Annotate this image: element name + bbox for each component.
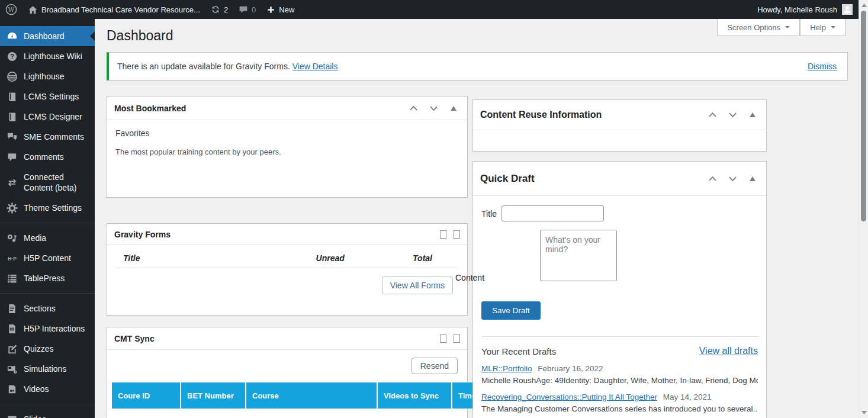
sidebar-item-dashboard[interactable]: Dashboard [0, 26, 95, 46]
sidebar-item-quizzes[interactable]: Quizzes [0, 339, 95, 359]
widget-header[interactable]: Quick Draft [473, 162, 766, 196]
screen-options-button[interactable]: Screen Options [717, 19, 800, 36]
move-down-icon[interactable] [427, 103, 440, 114]
sidebar-item-label: SME Comments [24, 131, 84, 142]
sidebar-item-label: Sections [24, 303, 56, 314]
scroll-down-icon[interactable] [859, 409, 868, 417]
question-circle-icon: ? [7, 51, 18, 62]
column-title: Title [116, 253, 274, 263]
new-label: New [279, 5, 294, 14]
sidebar-item-h5p-content[interactable]: H·P H5P Content [0, 248, 95, 268]
widget-title: Content Reuse Information [480, 110, 602, 120]
move-up-icon[interactable] [706, 173, 719, 184]
sidebar-item-label: LCMS Settings [24, 91, 79, 102]
update-notice: There is an update available for Gravity… [107, 52, 848, 81]
save-draft-button[interactable]: Save Draft [481, 301, 541, 320]
widget-header[interactable]: CMT Sync [107, 327, 467, 350]
widget-body: Favorites The most popular training cont… [107, 120, 467, 165]
svg-text:H·P: H·P [8, 256, 17, 262]
draft-title-input[interactable] [501, 205, 604, 221]
sidebar-item-lcms-settings[interactable]: LCMS Settings [0, 86, 95, 107]
sidebar-item-comments[interactable]: Comments [0, 147, 95, 167]
media-icon [7, 233, 18, 244]
toggle-panel-icon[interactable] [746, 110, 759, 120]
sidebar-item-connected-content[interactable]: Connected Content (beta) [0, 167, 95, 198]
sidebar-separator [0, 404, 95, 404]
recent-drafts-heading: Your Recent Drafts [481, 346, 556, 356]
wordpress-logo-menu[interactable]: W [0, 0, 22, 19]
view-details-link[interactable]: View Details [292, 62, 338, 71]
unknown-glyph-icon[interactable] [454, 335, 460, 343]
slides-icon [7, 414, 18, 418]
pencil-square-icon [7, 343, 18, 355]
sidebar-item-h5p-interactions[interactable]: H5P Interactions [0, 319, 95, 339]
chevron-down-icon [785, 26, 790, 31]
toggle-panel-icon[interactable] [746, 173, 759, 184]
sidebar-item-media[interactable]: Media [0, 228, 95, 248]
comments-pair-icon [7, 131, 18, 143]
help-button[interactable]: Help [800, 19, 846, 36]
draft-title-link[interactable]: Recovering_Conversations::Putting It All… [481, 393, 657, 401]
sidebar-item-tablepress[interactable]: TablePress [0, 268, 95, 288]
sidebar-item-lcms-designer[interactable]: LCMS Designer [0, 107, 95, 127]
window-scrollbar[interactable] [859, 0, 868, 418]
view-all-forms-button[interactable]: View All Forms [382, 276, 453, 294]
main-content: Dashboard Screen Options Help There is a… [95, 19, 859, 418]
move-down-icon[interactable] [726, 173, 739, 184]
sidebar-item-videos[interactable]: Videos [0, 379, 95, 399]
widget-body: Title Content Save Draft [473, 196, 766, 337]
gear-icon [7, 202, 18, 214]
table-list-icon [7, 273, 18, 284]
view-all-drafts-link[interactable]: View all drafts [699, 346, 758, 356]
widget-body: Title Unread Total View All Forms [107, 245, 467, 294]
comment-bubble-icon [239, 5, 248, 14]
document-screen-icon [7, 323, 18, 335]
widget-title: Quick Draft [480, 173, 535, 185]
admin-bar: W Broadband Technical Care Vendor Resour… [0, 0, 859, 19]
avatar [842, 4, 853, 15]
quick-draft-widget: Quick Draft Title Content [472, 161, 767, 418]
comment-icon [7, 152, 18, 163]
my-account-menu[interactable]: Howdy, Michelle Roush [751, 0, 859, 19]
sidebar-item-slides[interactable]: Slides [0, 409, 95, 418]
wordpress-logo-icon: W [5, 4, 17, 15]
draft-title-link[interactable]: MLR::Portfolio [481, 364, 532, 373]
column-unread: Unread [274, 253, 387, 263]
draft-excerpt: Michelle RoushAge: 49Identity: Daughter,… [481, 376, 758, 385]
widget-header[interactable]: Gravity Forms [107, 224, 467, 245]
sidebar-item-sections[interactable]: Sections [0, 298, 95, 319]
sidebar-item-sme-comments[interactable]: SME Comments [0, 127, 95, 147]
unknown-glyph-icon[interactable] [454, 230, 460, 239]
unknown-glyph-icon[interactable] [440, 335, 446, 343]
sidebar-item-label: H5P Interactions [24, 323, 85, 334]
book-icon [7, 91, 18, 102]
resend-button[interactable]: Resend [412, 358, 458, 374]
recent-drafts-section: Your Recent Drafts View all drafts MLR::… [473, 337, 766, 413]
move-up-icon[interactable] [407, 103, 420, 114]
unknown-glyph-icon[interactable] [440, 230, 446, 239]
sidebar-item-label: Connected Content (beta) [24, 172, 90, 193]
draft-content-textarea[interactable] [540, 230, 617, 281]
howdy-text: Howdy, Michelle Roush [757, 5, 837, 14]
help-label: Help [810, 23, 826, 32]
sidebar-item-theme-settings[interactable]: Theme Settings [0, 198, 95, 218]
comment-count: 0 [252, 5, 256, 14]
widget-header[interactable]: Most Bookmarked [107, 97, 467, 120]
move-up-icon[interactable] [706, 110, 719, 120]
updates-menu[interactable]: 2 [205, 0, 233, 19]
draft-date: May 14, 2021 [663, 393, 712, 401]
move-down-icon[interactable] [726, 110, 739, 120]
site-name-menu[interactable]: Broadband Technical Care Vendor Resource… [22, 0, 205, 19]
new-menu[interactable]: New [261, 0, 300, 19]
sidebar-item-lighthouse-wiki[interactable]: ? Lighthouse Wiki [0, 46, 95, 66]
dismiss-link[interactable]: Dismiss [808, 62, 837, 71]
sidebar-item-simulations[interactable]: Simulations [0, 359, 95, 379]
sidebar-item-lighthouse[interactable]: Lighthouse [0, 66, 95, 86]
draft-excerpt: The Managing Customer Conversations seri… [481, 404, 758, 413]
scrollbar-thumb[interactable] [861, 11, 866, 221]
cmt-sync-table: Coure ID BET Number Course Videos to Syn… [112, 382, 526, 409]
widget-header[interactable]: Content Reuse Information [473, 100, 766, 130]
scroll-up-icon[interactable] [859, 1, 868, 9]
comments-menu[interactable]: 0 [233, 0, 261, 19]
toggle-panel-icon[interactable] [447, 103, 460, 114]
